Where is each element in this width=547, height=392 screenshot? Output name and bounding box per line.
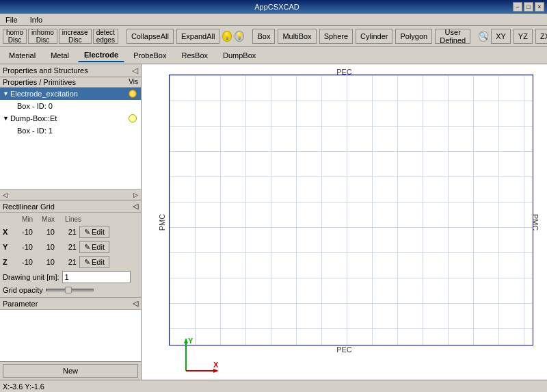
grid-opacity-row: Grid opacity — [3, 286, 138, 294]
box-button[interactable]: Box — [252, 29, 275, 44]
prop-tree: ▼ Electrode_excitation ▷ Box - ID: 0 ▼ — [0, 88, 141, 189]
collapse-all-button[interactable]: CollapseAll — [126, 29, 174, 44]
increase-disc-button[interactable]: increaseDisc — [59, 29, 92, 44]
y-axis-label: Y — [188, 337, 194, 345]
tab-material[interactable]: Material — [3, 49, 42, 62]
minimize-button[interactable]: − — [513, 2, 522, 12]
x-axis-arrow — [213, 369, 219, 373]
polygon-button[interactable]: Polygon — [395, 29, 432, 44]
tab-resbox[interactable]: ResBox — [175, 49, 214, 62]
electrode-label: Electrode_excitation — [10, 90, 127, 98]
sphere-button[interactable]: Sphere — [319, 29, 353, 44]
parameter-header: Parameter ◁ — [0, 298, 141, 310]
toolbar1: homoDisc inhomoDisc increaseDisc detecte… — [0, 26, 547, 47]
grid-opacity-label: Grid opacity — [3, 286, 43, 294]
z-min: -10 — [14, 258, 33, 266]
light-icon-1[interactable]: 💡 — [222, 31, 232, 42]
search-icon[interactable]: 🔍 — [479, 31, 488, 42]
parameter-pin-icon[interactable]: ◁ — [133, 299, 138, 308]
lines-header: Lines — [57, 215, 81, 223]
bulb-outline-icon — [129, 114, 137, 122]
z-axis-label: Z — [3, 258, 11, 266]
grid-title: Rectilinear Grid — [3, 202, 55, 211]
panel-pin-icon[interactable]: ◁ — [132, 66, 138, 75]
main-layout: Properties and Structures ◁ Properties /… — [0, 64, 547, 380]
drawing-unit-label: Drawing unit [m]: — [3, 273, 59, 281]
grid-col-header-row: Min Max Lines — [3, 215, 138, 223]
bulb-icon-0 — [129, 90, 137, 98]
opacity-slider[interactable] — [46, 289, 94, 291]
tab-electrode[interactable]: Electrode — [78, 49, 124, 62]
parameter-panel: Parameter ◁ — [0, 298, 141, 361]
box1-label: Box - ID: 1 — [17, 127, 127, 135]
canvas-area[interactable]: PEC PMC PMC PEC Y X — [142, 64, 547, 380]
tab-probebox[interactable]: ProbeBox — [127, 49, 172, 62]
home-disc-button[interactable]: homoDisc — [3, 29, 27, 44]
grid-pin-icon[interactable]: ◁ — [133, 202, 138, 211]
scroll-left-arrow[interactable]: ◁ — [3, 192, 8, 198]
z-max: 10 — [36, 258, 55, 266]
x-edit-button[interactable]: ✎ Edit — [79, 226, 109, 238]
x-min: -10 — [14, 228, 33, 236]
tab-metal[interactable]: Metal — [44, 49, 75, 62]
box1-vis[interactable] — [127, 125, 138, 136]
tree-item-box1[interactable]: ▷ Box - ID: 1 — [0, 125, 141, 137]
close-button[interactable]: × — [535, 2, 544, 12]
min-header: Min — [14, 215, 33, 223]
toolbar2: Material Metal Electrode ProbeBox ResBox… — [0, 47, 547, 64]
axes-area: Y X — [176, 337, 217, 374]
light-icon-2[interactable]: 💡 — [235, 31, 244, 42]
menu-bar: File Info — [0, 14, 547, 26]
z-edit-button[interactable]: ✎ Edit — [79, 256, 109, 268]
tree-item-electrode[interactable]: ▼ Electrode_excitation — [0, 88, 141, 100]
drawing-unit-input[interactable] — [62, 271, 131, 283]
new-button[interactable]: New — [3, 364, 138, 378]
x-axis-label: X — [213, 361, 219, 369]
grid-row-z: Z -10 10 21 ✎ Edit — [3, 256, 138, 268]
xy-view-button[interactable]: XY — [491, 29, 511, 44]
grid-canvas[interactable] — [169, 75, 533, 345]
opacity-slider-thumb[interactable] — [65, 287, 72, 293]
prop-scrollbar: ◁ ▷ — [0, 189, 141, 200]
x-axis-label: X — [3, 228, 11, 236]
menu-info[interactable]: Info — [27, 16, 45, 24]
pmc-left-label: PMC — [158, 213, 166, 230]
max-header: Max — [36, 215, 55, 223]
parameter-content — [0, 310, 141, 361]
tree-item-box0[interactable]: ▷ Box - ID: 0 — [0, 100, 141, 112]
grid-row-x: X -10 10 21 ✎ Edit — [3, 226, 138, 238]
grid-row-y: Y -10 10 21 ✎ Edit — [3, 241, 138, 253]
pec-bottom-label: PEC — [336, 345, 352, 354]
expand-triangle-2[interactable]: ▼ — [3, 115, 9, 122]
dumpbox-vis[interactable] — [127, 113, 138, 124]
prop-col-headers: Properties / Primitives Vis — [0, 77, 141, 88]
expand-all-button[interactable]: ExpandAll — [176, 29, 220, 44]
y-axis-label: Y — [3, 243, 11, 251]
y-edit-button[interactable]: ✎ Edit — [79, 241, 109, 253]
properties-primitives-panel: Properties / Primitives Vis ▼ Electrode_… — [0, 77, 141, 200]
drawing-unit-row: Drawing unit [m]: — [3, 271, 138, 283]
tab-dumpbox[interactable]: DumpBox — [217, 49, 262, 62]
maximize-button[interactable]: □ — [524, 2, 533, 12]
axes-svg: Y X — [176, 337, 224, 378]
dumpbox-label: Dump-Box::Et — [10, 114, 127, 122]
grid-subheader: Rectilinear Grid ◁ — [0, 200, 141, 213]
pencil-icon-z: ✎ — [84, 258, 90, 267]
menu-file[interactable]: File — [3, 16, 21, 24]
rectilinear-grid-panel: Rectilinear Grid ◁ Min Max Lines X -10 1… — [0, 200, 141, 298]
tree-item-dumpbox[interactable]: ▼ Dump-Box::Et — [0, 112, 141, 125]
expand-triangle-0[interactable]: ▼ — [3, 90, 9, 97]
detect-edges-button[interactable]: detectedges — [93, 29, 118, 44]
yz-view-button[interactable]: YZ — [513, 29, 533, 44]
x-max: 10 — [36, 228, 55, 236]
electrode-vis[interactable] — [127, 88, 138, 99]
scroll-right-arrow[interactable]: ▷ — [133, 192, 138, 198]
box0-vis[interactable] — [127, 101, 138, 112]
vis-col-header: Vis — [122, 78, 138, 86]
title-bar: AppCSXCAD − □ × — [0, 0, 547, 14]
multibox-button[interactable]: MultiBox — [278, 29, 316, 44]
zx-view-button[interactable]: ZX — [535, 29, 547, 44]
inhomo-disc-button[interactable]: inhomoDisc — [28, 29, 57, 44]
cylinder-button[interactable]: Cylinder — [356, 29, 392, 44]
user-defined-button[interactable]: User Defined — [435, 29, 470, 44]
